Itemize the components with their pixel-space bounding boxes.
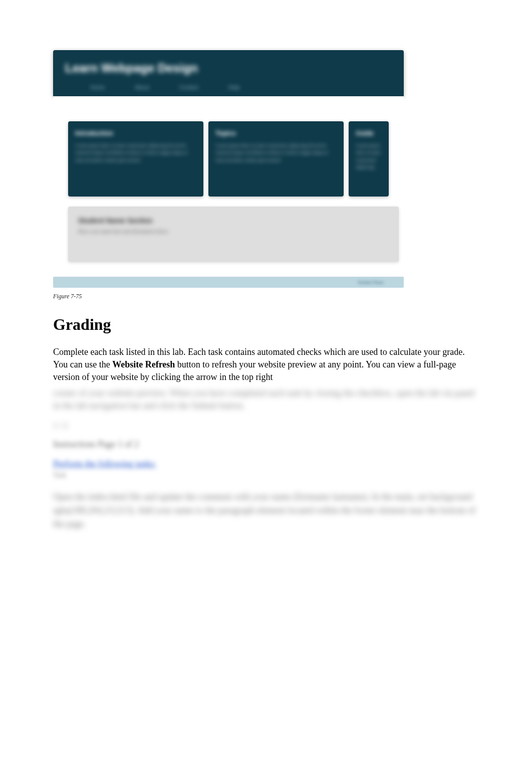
nav-item[interactable]: Contact [179,84,198,90]
card-topics: Topics Lorem ipsum dolor sit amet consec… [208,121,344,197]
panel-title: Student Name Section [78,217,389,225]
card-title: Topics [215,129,337,137]
student-name-panel: Student Name Section Place your name her… [68,207,399,262]
card-aside: Aside Lorem ipsum dolor sit amet consect… [349,121,389,197]
grading-paragraph: Complete each task listed in this lab. E… [53,346,479,384]
card-body: Lorem ipsum dolor sit amet consectetur a… [215,142,337,163]
step-counter: 1 / 2 [53,421,479,430]
site-header: Learn Webpage Design Home About Contact … [53,50,404,96]
figure-caption: Figure 7-75 [53,293,479,300]
footer-text: Student Name [358,280,384,285]
card-body: Lorem ipsum dolor sit amet consectetur a… [75,142,196,163]
site-title: Learn Webpage Design [65,61,392,75]
card-introduction: Introduction Lorem ipsum dolor sit amet … [68,121,203,197]
card-title: Aside [356,129,382,137]
preview-footer: Student Name [53,277,404,288]
nav-item[interactable]: Help [228,84,240,90]
panel-body: Place your name here and information bel… [78,229,389,234]
nav-item[interactable]: Home [90,84,105,90]
card-body: Lorem ipsum dolor sit amet consectetur a… [356,142,382,171]
task-link[interactable]: Perform the following tasks: [53,459,479,469]
website-preview: Learn Webpage Design Home About Contact … [53,50,404,288]
nav-row: Home About Contact Help [65,84,392,90]
instructions-page-label: Instructions Page 1 of 2 [53,439,479,450]
nav-item[interactable]: About [135,84,149,90]
grading-heading: Grading [53,315,479,334]
card-title: Introduction [75,129,196,137]
task-sublabel: Task [53,471,479,479]
cards-row: Introduction Lorem ipsum dolor sit amet … [53,121,404,197]
website-refresh-bold: Website Refresh [112,359,175,369]
task-body: Open the index.html file and update the … [53,490,479,531]
grading-paragraph-blurred: corner of your website preview. When you… [53,387,479,412]
